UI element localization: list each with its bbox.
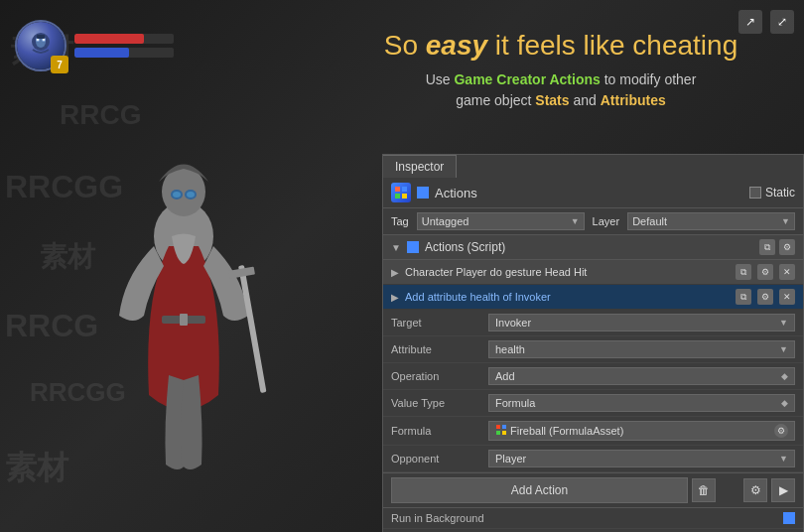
target-value[interactable]: Invoker ▼ <box>488 314 795 332</box>
svg-point-13 <box>173 192 181 198</box>
layer-select[interactable]: Default ▼ <box>627 212 795 230</box>
opponent-label: Opponent <box>391 453 480 465</box>
title-area: So easy it feels like cheating Use Game … <box>367 30 754 111</box>
actions-name-label: Actions <box>435 186 743 200</box>
svg-rect-23 <box>496 431 500 435</box>
inspector-header: Actions Static <box>383 178 803 208</box>
target-dropdown-arrow: ▼ <box>779 318 788 328</box>
field-operation: Operation Add ◆ <box>383 363 803 390</box>
add-action-row: Add Action 🗑 ⚙ ▶ <box>383 473 803 508</box>
formula-label: Formula <box>391 425 480 437</box>
run-bg-checkbox[interactable] <box>783 512 795 524</box>
level-badge: 7 <box>51 56 68 73</box>
action1-settings-btn[interactable]: ⚙ <box>757 264 773 280</box>
attribute-label: Attribute <box>391 343 480 355</box>
opponent-val-text: Player <box>495 453 526 465</box>
script-header-icons: ⧉ ⚙ <box>759 239 795 255</box>
script-settings-icon[interactable]: ⚙ <box>779 239 795 255</box>
svg-rect-6 <box>37 35 45 39</box>
svg-rect-22 <box>502 425 506 429</box>
add-action-button[interactable]: Add Action <box>391 477 688 503</box>
run-bg-label: Run in Background <box>391 512 775 524</box>
script-checkbox[interactable] <box>407 241 419 253</box>
action-settings-button[interactable]: ⚙ <box>743 478 767 502</box>
character-area <box>0 79 367 532</box>
svg-rect-9 <box>238 265 266 393</box>
formula-value[interactable]: Fireball (FormulaAsset) ⚙ <box>488 421 795 441</box>
subtitle-text1: Use <box>426 71 455 87</box>
svg-point-5 <box>43 39 45 41</box>
layer-value: Default <box>632 215 667 227</box>
subtitle: Use Game Creator Actions to modify other… <box>367 69 754 111</box>
action2-expand-icon[interactable]: ▶ <box>391 292 399 303</box>
formula-icon <box>495 424 510 438</box>
static-label: Static <box>765 186 795 200</box>
tag-value: Untagged <box>422 215 469 227</box>
static-checkbox[interactable] <box>749 187 761 199</box>
svg-rect-19 <box>395 194 400 199</box>
inspector-tab[interactable]: Inspector <box>383 155 457 178</box>
operation-value[interactable]: Add ◆ <box>488 367 795 385</box>
title-bold: easy <box>426 30 487 61</box>
mana-bar-bg <box>74 48 174 58</box>
svg-rect-18 <box>402 187 407 192</box>
value-type-label: Value Type <box>391 397 480 409</box>
action1-copy-btn[interactable]: ⧉ <box>736 264 751 280</box>
attribute-dropdown-arrow: ▼ <box>779 344 788 354</box>
svg-point-14 <box>187 192 195 198</box>
script-copy-icon[interactable]: ⧉ <box>759 239 775 255</box>
layer-label: Layer <box>593 215 620 227</box>
health-bar-bg <box>74 34 174 44</box>
field-attribute: Attribute health ▼ <box>383 336 803 363</box>
field-formula: Formula Fireball (FormulaAsset) ⚙ <box>383 417 803 446</box>
operation-val-text: Add <box>495 370 515 382</box>
field-value-type: Value Type Formula ◆ <box>383 390 803 417</box>
attribute-val-text: health <box>495 343 525 355</box>
tag-dropdown-arrow: ▼ <box>571 216 580 226</box>
opponent-value[interactable]: Player ▼ <box>488 450 795 467</box>
action1-label: Character Player do gesture Head Hit <box>405 266 730 278</box>
action2-close-btn[interactable]: ✕ <box>779 289 795 305</box>
value-type-dropdown-arrow: ◆ <box>781 398 788 408</box>
formula-settings-icon[interactable]: ⚙ <box>774 424 788 438</box>
formula-val-text: Fireball (FormulaAsset) <box>510 425 623 437</box>
tag-select[interactable]: Untagged ▼ <box>417 212 585 230</box>
target-label: Target <box>391 317 480 329</box>
tag-label: Tag <box>391 215 409 227</box>
attribute-value[interactable]: health ▼ <box>488 340 795 358</box>
svg-rect-21 <box>496 425 500 429</box>
layer-dropdown-arrow: ▼ <box>781 216 790 226</box>
svg-rect-16 <box>180 314 188 326</box>
action-arrow-button[interactable]: ▶ <box>771 478 795 502</box>
fullscreen-icon[interactable]: ⤢ <box>770 10 794 34</box>
subtitle-text3: and <box>573 92 600 108</box>
actions-checkbox[interactable] <box>417 187 429 199</box>
action2-copy-btn[interactable]: ⧉ <box>736 289 751 305</box>
action-row-2[interactable]: ▶ Add attribute health of Invoker ⧉ ⚙ ✕ <box>383 285 803 310</box>
player-hud: 7 <box>15 20 174 71</box>
action1-expand-icon[interactable]: ▶ <box>391 267 399 278</box>
field-opponent: Opponent Player ▼ <box>383 446 803 472</box>
actions-icon <box>391 183 411 202</box>
opponent-dropdown-arrow: ▼ <box>779 454 788 464</box>
character-svg <box>84 117 283 494</box>
action1-close-btn[interactable]: ✕ <box>779 264 795 280</box>
script-expand-icon[interactable]: ▼ <box>391 242 401 253</box>
fields-area: Target Invoker ▼ Attribute health ▼ Oper… <box>383 310 803 473</box>
highlight-attributes: Attributes <box>601 92 666 108</box>
tag-layer-row: Tag Untagged ▼ Layer Default ▼ <box>383 208 803 235</box>
script-label: Actions (Script) <box>425 240 505 254</box>
health-bar-row <box>74 34 174 44</box>
svg-rect-17 <box>395 187 400 192</box>
target-val-text: Invoker <box>495 317 531 329</box>
action-row-1[interactable]: ▶ Character Player do gesture Head Hit ⧉… <box>383 260 803 285</box>
character-body <box>84 117 283 494</box>
script-section-header: ▼ Actions (Script) ⧉ ⚙ <box>383 235 803 260</box>
svg-rect-24 <box>502 431 506 435</box>
highlight-stats: Stats <box>535 92 569 108</box>
value-type-value[interactable]: Formula ◆ <box>488 394 795 412</box>
delete-action-button[interactable]: 🗑 <box>692 478 716 502</box>
action2-settings-btn[interactable]: ⚙ <box>757 289 773 305</box>
run-bg-row: Run in Background <box>383 508 803 529</box>
mana-bar-fill <box>74 48 129 58</box>
